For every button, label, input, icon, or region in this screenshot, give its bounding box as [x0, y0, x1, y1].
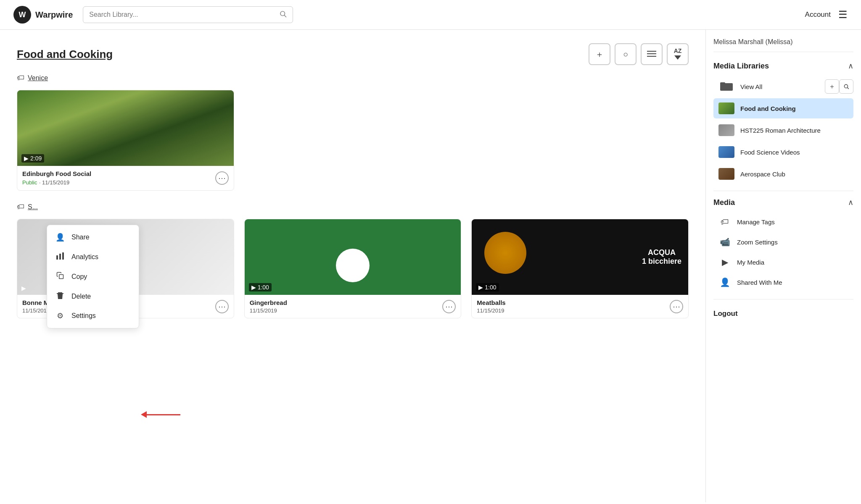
delete-label: Delete [71, 293, 91, 300]
logout-button[interactable]: Logout [713, 306, 853, 321]
video-meta-gingerbread: Gingerbread 11/15/2019 [250, 299, 443, 314]
bar-chart-icon [55, 252, 65, 262]
meatballs-text: ACQUA1 bicchiere [642, 248, 681, 266]
sidebar-item-food-and-cooking[interactable]: Food and Cooking [713, 98, 853, 118]
play-icon-meatballs: ▶ [478, 284, 483, 291]
tag-link-venice[interactable]: Venice [28, 74, 48, 82]
aerospace-thumb [718, 168, 734, 180]
add-button[interactable]: ＋ [589, 43, 610, 65]
video-thumb-edinburgh: ▶ 2:09 [17, 90, 234, 166]
video-duration-edinburgh: ▶ 2:09 [21, 154, 44, 163]
context-menu-item-share[interactable]: 👤 Share [47, 228, 139, 247]
video-thumb-gingerbread: ▶ 1:00 [245, 219, 461, 295]
arrow-indicator [141, 411, 180, 418]
collapse-icon[interactable]: ∧ [848, 61, 853, 71]
more-button-gingerbread[interactable]: ⋯ [442, 300, 456, 313]
media-collapse-icon[interactable]: ∧ [848, 198, 853, 207]
more-button-edinburgh[interactable]: ⋯ [215, 171, 229, 185]
hamburger-icon[interactable]: ☰ [838, 9, 848, 21]
play-icon-small: ▶ [24, 155, 29, 162]
video-card-gingerbread: ▶ 1:00 Gingerbread 11/15/2019 ⋯ [244, 219, 462, 318]
sidebar-item-manage-tags[interactable]: 🏷 Manage Tags [713, 213, 853, 231]
tag-icon-1: 🏷 [17, 74, 24, 82]
hst225-thumb [718, 124, 734, 136]
tag-icon-2: 🏷 [17, 202, 24, 211]
sidebar-item-view-all[interactable]: View All [713, 76, 825, 97]
sidebar-user: Melissa Marshall (Melissa) [713, 38, 853, 52]
video-date-edinburgh-val: 11/15/2019 [42, 179, 69, 186]
arrow-head [141, 411, 147, 418]
svg-rect-5 [56, 255, 58, 260]
account-label[interactable]: Account [805, 10, 831, 19]
page-title-row: Food and Cooking ＋ ○ AZ [17, 43, 689, 65]
play-icon-media: ▶ [718, 257, 731, 267]
video-title-edinburgh: Edinburgh Food Social [22, 170, 215, 177]
sidebar-item-food-science[interactable]: Food Science Videos [713, 142, 853, 162]
media-section-header: Media ∧ [713, 198, 853, 207]
view-all-row: View All ＋ [713, 76, 853, 97]
logo-area: W Warpwire [13, 6, 73, 24]
tag-row-venice: 🏷 Venice [17, 74, 689, 82]
context-menu-item-delete[interactable]: Delete [47, 286, 139, 306]
media-libraries-header: Media Libraries ∧ [713, 61, 853, 71]
shared-with-me-label: Shared With Me [737, 279, 782, 286]
manage-tags-label: Manage Tags [737, 218, 775, 226]
sidebar-item-aerospace[interactable]: Aerospace Club [713, 164, 853, 184]
video-info-meatballs: Meatballs 11/15/2019 ⋯ [472, 295, 688, 318]
trash-icon [55, 291, 65, 301]
video-icon: 📹 [718, 237, 731, 247]
video-meta-meatballs: Meatballs 11/15/2019 [477, 299, 670, 314]
video-duration-gingerbread: ▶ 1:00 [249, 283, 272, 291]
video-info-edinburgh: Edinburgh Food Social Public · 11/15/201… [17, 166, 234, 190]
context-menu-item-copy[interactable]: Copy [47, 267, 139, 286]
svg-rect-9 [57, 293, 63, 294]
media-items-list: 🏷 Manage Tags 📹 Zoom Settings ▶ My Media… [713, 213, 853, 291]
folder-icon [718, 81, 734, 92]
status-badge-public: Public [22, 179, 37, 186]
sidebar-item-shared-with-me[interactable]: 👤 Shared With Me [713, 273, 853, 291]
circle-button[interactable]: ○ [615, 43, 637, 65]
gear-icon: ⚙ [55, 311, 65, 320]
toolbar-buttons: ＋ ○ AZ [589, 43, 689, 65]
more-button-bonne[interactable]: ⋯ [215, 300, 229, 313]
svg-rect-10 [58, 292, 62, 293]
svg-rect-7 [62, 252, 64, 260]
media-title: Media [713, 198, 735, 207]
sort-az-button[interactable]: AZ [667, 43, 689, 65]
person-icon-media: 👤 [718, 277, 731, 287]
sidebar-item-zoom-settings[interactable]: 📹 Zoom Settings [713, 233, 853, 251]
tag-icon-media: 🏷 [718, 217, 731, 227]
share-label: Share [71, 234, 90, 241]
analytics-label: Analytics [71, 253, 98, 261]
video-date-meatballs: 11/15/2019 [477, 307, 670, 314]
add-library-button[interactable]: ＋ [825, 79, 839, 94]
video-duration-meatballs: ▶ 1:00 [476, 283, 499, 291]
sidebar-item-hst225[interactable]: HST225 Roman Architecture [713, 120, 853, 140]
search-library-button[interactable] [839, 79, 853, 94]
tag-link-s[interactable]: S... [28, 203, 38, 211]
more-button-meatballs[interactable]: ⋯ [670, 300, 683, 313]
logo-name: Warpwire [35, 10, 73, 20]
context-menu-item-settings[interactable]: ⚙ Settings [47, 306, 139, 326]
video-title-meatballs: Meatballs [477, 299, 670, 306]
media-libraries-title: Media Libraries [713, 62, 769, 71]
header: W Warpwire Account ☰ [0, 0, 861, 30]
context-menu-item-analytics[interactable]: Analytics [47, 247, 139, 267]
library-list: Food and Cooking HST225 Roman Architectu… [713, 98, 853, 184]
sidebar-item-my-media[interactable]: ▶ My Media [713, 253, 853, 271]
ginger-thumb-bg [245, 219, 461, 295]
search-icon [279, 10, 287, 19]
context-menu: 👤 Share Analytics [47, 225, 139, 328]
search-input[interactable] [89, 11, 276, 18]
food-and-cooking-label: Food and Cooking [740, 105, 796, 112]
search-bar[interactable] [83, 6, 293, 23]
main-content: Food and Cooking ＋ ○ AZ [0, 30, 705, 502]
sidebar-divider-1 [713, 191, 853, 191]
sidebar-divider-2 [713, 299, 853, 299]
plus-icon: ＋ [595, 49, 604, 60]
list-view-button[interactable] [641, 43, 663, 65]
svg-line-14 [848, 88, 849, 89]
meatballs-thumb-bg: ACQUA1 bicchiere [472, 219, 688, 295]
page-title: Food and Cooking [17, 48, 113, 61]
edinburgh-thumb-bg [17, 90, 234, 166]
